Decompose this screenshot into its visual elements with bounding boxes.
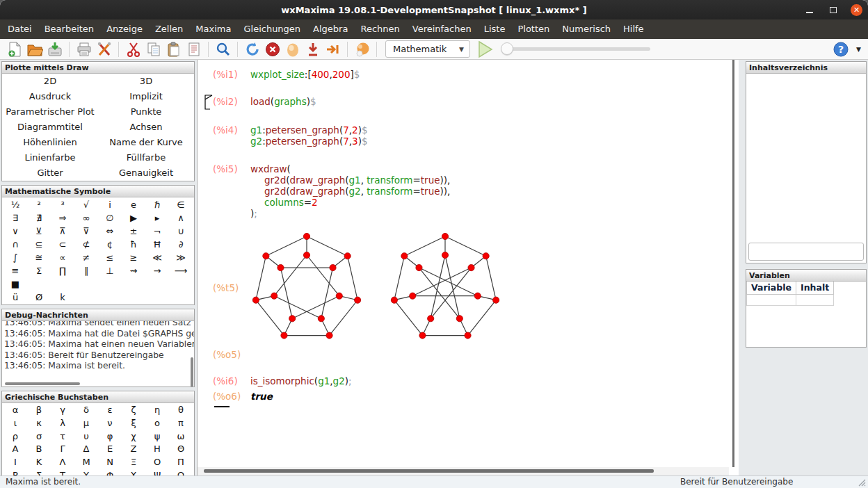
greek-letter-button[interactable]: Ρ [3,469,27,475]
greek-letter-button[interactable]: Υ [74,469,98,475]
greek-letter-button[interactable]: ν [98,417,122,430]
greek-letter-button[interactable]: κ [27,417,51,430]
symbol-button[interactable]: ≤ [98,251,122,264]
greek-letter-button[interactable]: γ [51,404,74,417]
symbol-button[interactable]: ⊆ [27,238,51,251]
greek-letter-button[interactable]: Ω [169,469,193,475]
cell-body[interactable] [250,233,502,343]
symbol-button[interactable]: ⊽ [74,225,98,238]
draw-button-linienfarbe[interactable]: Linienfarbe [2,150,98,165]
greek-letter-button[interactable]: Π [169,456,193,469]
toolbar-overflow-button[interactable]: ▼ [856,46,861,53]
draw-button-3d[interactable]: 3D [98,74,194,89]
greek-letter-button[interactable]: Ι [3,456,27,469]
cut-button[interactable] [124,40,143,58]
greek-letter-button[interactable]: Α [3,443,27,456]
evaluate-cell-button[interactable] [283,40,302,58]
save-button[interactable] [45,40,64,58]
menu-anzeige[interactable]: Anzeige [100,19,149,39]
animation-slider[interactable] [501,40,650,58]
play-button[interactable] [477,40,494,58]
worksheet-horizontal-scrollbar[interactable] [198,467,729,475]
symbol-button[interactable]: ⊥ [98,264,122,277]
close-button[interactable]: ✕ [851,4,862,16]
symbol-button[interactable]: ∏ [51,264,74,277]
greek-letter-button[interactable]: β [27,404,51,417]
code-line[interactable]: g1:petersen_graph(7,2)$ [250,124,368,136]
greek-letter-button[interactable]: τ [51,430,74,444]
symbol-button[interactable]: Σ [27,264,51,277]
greek-letter-button[interactable]: λ [51,417,74,430]
help-button[interactable]: ? [831,40,850,58]
greek-letter-button[interactable]: Τ [51,469,74,475]
interrupt-button[interactable] [263,40,282,58]
greek-letter-button[interactable]: Ν [98,456,122,469]
evaluate-all-button[interactable] [303,40,322,58]
minimize-button[interactable] [803,3,816,16]
greek-letter-button[interactable]: Μ [74,456,98,469]
symbol-button[interactable]: → [145,264,169,277]
cell-body[interactable]: is_isomorphic(g1,g2); [250,375,352,387]
menu-liste[interactable]: Liste [478,19,512,39]
symbol-button[interactable]: ∝ [51,251,74,264]
toc-filter-input[interactable] [748,243,864,261]
greek-letter-button[interactable]: Λ [51,456,74,469]
greek-letter-button[interactable]: ε [98,404,122,417]
code-line[interactable]: is_isomorphic(g1,g2); [250,375,352,387]
greek-letter-button[interactable]: ο [145,417,169,430]
menu-algebra[interactable]: Algebra [307,19,354,39]
greek-letter-button[interactable]: Ε [98,443,122,456]
debug-horizontal-scrollbar[interactable] [5,382,80,385]
cell-body[interactable]: g1:petersen_graph(7,2)$g2:petersen_graph… [250,124,368,147]
symbol-button[interactable]: ▸ [145,211,169,225]
symbol-button[interactable]: ■ [3,277,27,291]
symbol-button[interactable]: ∪ [169,225,193,238]
menu-vereinfachen[interactable]: Vereinfachen [406,19,478,39]
greek-letter-button[interactable]: θ [169,404,193,417]
menu-hilfe[interactable]: Hilfe [617,19,650,39]
worksheet[interactable]: (%i1)wxplot_size:[400,200]$(%i2)load(gra… [198,60,729,467]
code-line[interactable]: gr2d(draw_graph(g1, transform=true)), [250,174,450,186]
greek-letter-button[interactable]: υ [74,430,98,444]
symbol-button[interactable]: Ħ [145,238,169,251]
greek-letter-button[interactable]: φ [98,430,122,444]
greek-letter-button[interactable]: Θ [169,443,193,456]
follow-button[interactable] [323,40,342,58]
menu-plotten[interactable]: Plotten [511,19,556,39]
greek-letter-button[interactable]: Χ [122,469,145,475]
greek-letter-button[interactable]: δ [74,404,98,417]
draw-button-gitter[interactable]: Gitter [2,165,98,181]
symbol-button[interactable]: Ø [27,291,51,304]
table-of-contents-list[interactable] [746,74,866,241]
symbol-button[interactable]: k [51,291,74,304]
menu-maxima[interactable]: Maxima [189,19,237,39]
symbol-button[interactable]: ± [122,225,145,238]
symbol-button[interactable]: ≥ [122,251,145,264]
symbol-button[interactable]: ≫ [169,251,193,264]
greek-letter-button[interactable]: Δ [74,443,98,456]
variables-cell[interactable] [747,294,796,305]
greek-letter-button[interactable]: η [145,404,169,417]
greek-letter-button[interactable]: ι [3,417,27,430]
symbol-button[interactable]: ∂ [169,238,193,251]
find-button[interactable] [214,40,232,58]
draw-button-parametrischer-plot[interactable]: Parametrischer Plot [2,104,98,120]
symbol-button[interactable]: ≠ [74,251,98,264]
draw-button-name-der-kurve[interactable]: Name der Kurve [98,135,194,150]
debug-vertical-scrollbar[interactable] [191,357,193,387]
code-line[interactable]: columns=2 [250,197,450,208]
greek-letter-button[interactable]: Ζ [122,443,145,456]
paste-button[interactable] [164,40,183,58]
maximize-button[interactable] [827,3,839,16]
symbol-button[interactable]: ¬ [145,225,169,238]
draw-button-diagrammtitel[interactable]: Diagrammtitel [2,120,98,135]
code-line[interactable]: wxplot_size:[400,200]$ [250,69,360,80]
menu-zellen[interactable]: Zellen [149,19,189,39]
greek-letter-button[interactable]: Ο [145,456,169,469]
greek-letter-button[interactable]: ξ [122,417,145,430]
greek-letter-button[interactable]: α [3,404,27,417]
symbol-button[interactable]: ≪ [145,251,169,264]
greek-letter-button[interactable]: π [169,417,193,430]
worksheet-vertical-scrollbar[interactable] [732,60,734,467]
greek-letter-button[interactable]: Σ [27,469,51,475]
